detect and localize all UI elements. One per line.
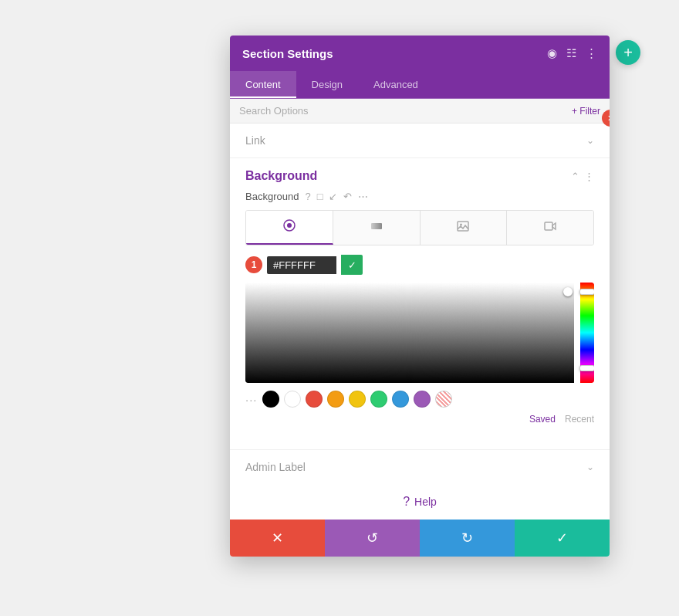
- swatch-custom[interactable]: [435, 391, 452, 408]
- color-picker-area: 1 ✓ ···: [245, 255, 594, 425]
- close-icon: ✕: [607, 113, 610, 124]
- modal-title: Section Settings: [242, 47, 333, 60]
- help-text: Help: [414, 496, 437, 508]
- section-settings-modal: Section Settings ◉ ☷ ⋮ Content Design Ad…: [230, 36, 610, 557]
- header-icons: ◉ ☷ ⋮: [547, 46, 597, 60]
- swatch-green[interactable]: [370, 391, 387, 408]
- swatch-yellow[interactable]: [349, 391, 366, 408]
- bg-type-video[interactable]: [507, 211, 593, 245]
- chevron-down-icon: ⌄: [586, 135, 594, 146]
- bg-type-gradient[interactable]: [333, 211, 421, 245]
- more-swatches-icon[interactable]: ···: [245, 393, 258, 406]
- saturation-handle[interactable]: [563, 287, 573, 296]
- tab-advanced[interactable]: Advanced: [358, 71, 434, 98]
- cancel-button[interactable]: ✕: [230, 520, 325, 557]
- help-row[interactable]: ? Help: [230, 484, 610, 520]
- copy-icon[interactable]: □: [317, 191, 323, 202]
- add-button[interactable]: +: [616, 40, 640, 65]
- bg-header-controls: ⌃ ⋮: [571, 171, 594, 182]
- chevron-up-icon[interactable]: ⌃: [571, 171, 579, 182]
- dots-icon[interactable]: ⋮: [586, 46, 597, 60]
- arrow-icon[interactable]: ↙: [329, 191, 337, 202]
- confirm-button[interactable]: ✓: [341, 255, 363, 275]
- bg-type-tabs: [245, 210, 594, 245]
- swatch-purple[interactable]: [414, 391, 431, 408]
- filter-button[interactable]: + Filter: [572, 106, 600, 117]
- admin-label: Admin Label: [245, 461, 306, 473]
- background-section: Background ⌃ ⋮ Background ? □ ↙ ↶ ⋯: [230, 158, 610, 449]
- hue-handle-bottom[interactable]: [579, 365, 594, 371]
- recent-tab[interactable]: Recent: [565, 414, 594, 425]
- more-icon[interactable]: ⋯: [358, 191, 368, 202]
- color-palette-icon: [282, 218, 296, 235]
- hue-rail[interactable]: [580, 283, 594, 383]
- modal-header: Section Settings ◉ ☷ ⋮: [230, 36, 610, 71]
- bg-dots-icon[interactable]: ⋮: [584, 171, 594, 182]
- color-input-row: 1 ✓: [245, 255, 594, 275]
- swatch-row: ···: [245, 391, 594, 408]
- color-picker-canvas[interactable]: [245, 283, 594, 383]
- admin-chevron-down-icon: ⌄: [586, 462, 594, 472]
- video-icon: [543, 219, 557, 236]
- svg-rect-2: [371, 223, 382, 229]
- undo-icon[interactable]: ↶: [343, 191, 352, 202]
- saved-recent-tabs: Saved Recent: [245, 414, 594, 425]
- step-badge: 1: [245, 256, 262, 273]
- background-title: Background: [245, 169, 317, 183]
- bg-type-image[interactable]: [421, 211, 508, 245]
- search-placeholder: Search Options: [239, 105, 309, 117]
- link-section-row[interactable]: Link ⌄: [230, 124, 610, 158]
- svg-rect-3: [458, 222, 468, 231]
- hex-input[interactable]: [267, 256, 336, 274]
- bg-section-header: Background ⌃ ⋮: [245, 169, 594, 183]
- redo-button[interactable]: ↻: [420, 520, 515, 557]
- saved-tab[interactable]: Saved: [529, 414, 556, 425]
- swatch-white[interactable]: [284, 391, 301, 408]
- tab-design[interactable]: Design: [296, 71, 358, 98]
- admin-label-section[interactable]: Admin Label ⌄: [230, 449, 610, 484]
- plus-icon: +: [623, 44, 633, 62]
- save-button[interactable]: ✓: [515, 520, 610, 557]
- gradient-icon: [370, 219, 383, 236]
- search-bar: Search Options + Filter: [230, 99, 610, 124]
- bg-type-color[interactable]: [246, 211, 333, 245]
- swatch-red[interactable]: [306, 391, 323, 408]
- modal-content: Link ⌄ Background ⌃ ⋮ Background ? □ ↙ ↶…: [230, 124, 610, 520]
- svg-point-1: [287, 223, 292, 228]
- bg-label-text: Background: [245, 191, 299, 202]
- saturation-canvas[interactable]: [245, 283, 574, 383]
- link-label: Link: [245, 134, 265, 147]
- swatch-black[interactable]: [262, 391, 279, 408]
- help-circle-icon[interactable]: ?: [305, 191, 310, 202]
- swatch-orange[interactable]: [327, 391, 344, 408]
- svg-rect-5: [545, 222, 552, 230]
- eye-icon[interactable]: ◉: [547, 46, 557, 60]
- hue-handle-top[interactable]: [579, 289, 594, 295]
- bg-label-row: Background ? □ ↙ ↶ ⋯: [245, 191, 594, 202]
- tabs-bar: Content Design Advanced: [230, 71, 610, 99]
- swatch-blue[interactable]: [392, 391, 409, 408]
- help-icon: ?: [403, 495, 410, 509]
- tab-content[interactable]: Content: [230, 71, 296, 98]
- svg-point-4: [460, 224, 462, 226]
- columns-icon[interactable]: ☷: [566, 46, 576, 60]
- reset-button[interactable]: ↺: [325, 520, 420, 557]
- image-icon: [456, 219, 470, 236]
- modal-footer: ✕ ↺ ↻ ✓: [230, 520, 610, 557]
